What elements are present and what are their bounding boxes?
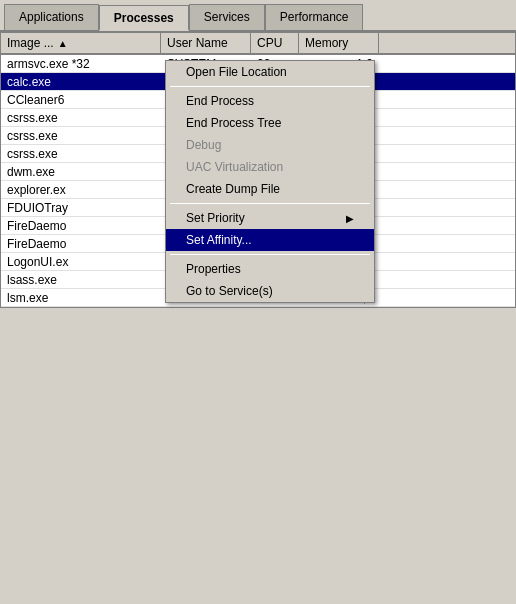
- col-header-memory[interactable]: Memory: [299, 33, 379, 53]
- menu-item-go-to-service[interactable]: Go to Service(s): [166, 280, 374, 302]
- menu-item-properties[interactable]: Properties: [166, 258, 374, 280]
- menu-separator: [170, 254, 370, 255]
- cell-image: csrss.exe: [1, 146, 161, 162]
- menu-item-create-dump-file[interactable]: Create Dump File: [166, 178, 374, 200]
- menu-item-uac-virtualization: UAC Virtualization: [166, 156, 374, 178]
- cell-image: lsass.exe: [1, 272, 161, 288]
- cell-image: CCleaner6: [1, 92, 161, 108]
- menu-item-set-affinity[interactable]: Set Affinity...: [166, 229, 374, 251]
- menu-item-debug: Debug: [166, 134, 374, 156]
- cell-image: csrss.exe: [1, 110, 161, 126]
- tab-processes[interactable]: Processes: [99, 5, 189, 31]
- cell-image: armsvc.exe *32: [1, 56, 161, 72]
- tab-performance[interactable]: Performance: [265, 4, 364, 30]
- menu-item-end-process-tree[interactable]: End Process Tree: [166, 112, 374, 134]
- tab-services[interactable]: Services: [189, 4, 265, 30]
- col-header-cpu[interactable]: CPU: [251, 33, 299, 53]
- cell-image: FDUIOTray: [1, 200, 161, 216]
- menu-item-open-file-location[interactable]: Open File Location: [166, 61, 374, 83]
- table-header: Image ... ▲ User Name CPU Memory: [1, 33, 515, 55]
- cell-image: explorer.ex: [1, 182, 161, 198]
- submenu-arrow-icon: ▶: [346, 213, 354, 224]
- context-menu: Open File LocationEnd ProcessEnd Process…: [165, 60, 375, 303]
- cell-image: FireDaemo: [1, 218, 161, 234]
- sort-arrow-icon: ▲: [58, 38, 68, 49]
- cell-image: lsm.exe: [1, 290, 161, 306]
- cell-image: csrss.exe: [1, 128, 161, 144]
- menu-item-set-priority[interactable]: Set Priority▶: [166, 207, 374, 229]
- cell-image: calc.exe: [1, 74, 161, 90]
- col-header-image[interactable]: Image ... ▲: [1, 33, 161, 53]
- tab-applications[interactable]: Applications: [4, 4, 99, 30]
- menu-item-end-process[interactable]: End Process: [166, 90, 374, 112]
- menu-separator: [170, 203, 370, 204]
- tab-bar: Applications Processes Services Performa…: [0, 0, 516, 32]
- cell-image: FireDaemo: [1, 236, 161, 252]
- cell-image: LogonUI.ex: [1, 254, 161, 270]
- menu-separator: [170, 86, 370, 87]
- cell-image: dwm.exe: [1, 164, 161, 180]
- col-header-user[interactable]: User Name: [161, 33, 251, 53]
